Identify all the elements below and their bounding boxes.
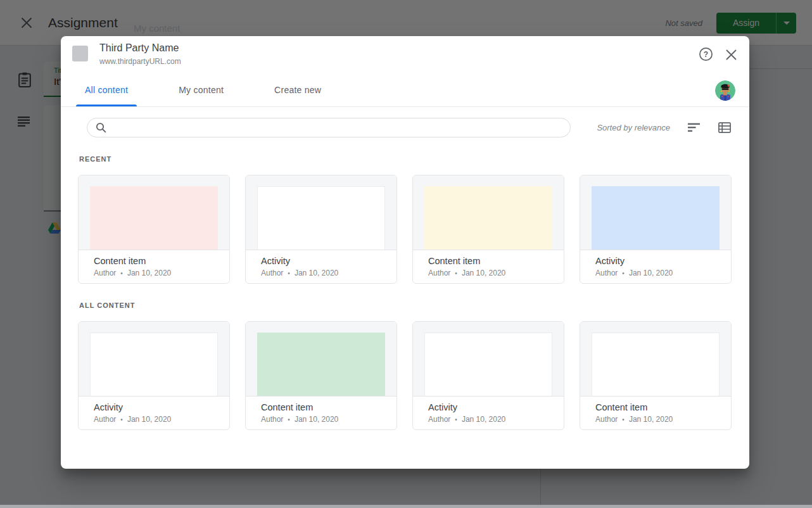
third-party-picker-dialog: Third Party Name www.thirdpartyURL.com ?…: [61, 36, 749, 469]
card-title: Activity: [595, 256, 716, 266]
content-card[interactable]: Activity Author•Jan 10, 2020: [580, 175, 732, 284]
card-title: Activity: [94, 402, 214, 412]
card-thumbnail: [413, 322, 564, 397]
card-sep: •: [120, 270, 123, 277]
card-thumbnail: [79, 322, 229, 397]
content-card[interactable]: Content item Author•Jan 10, 2020: [78, 175, 230, 284]
card-date: Jan 10, 2020: [127, 415, 171, 424]
content-card[interactable]: Activity Author•Jan 10, 2020: [78, 321, 230, 430]
content-card[interactable]: Content item Author•Jan 10, 2020: [580, 321, 732, 430]
card-author: Author: [94, 415, 116, 424]
card-text: Activity Author•Jan 10, 2020: [79, 397, 229, 424]
card-meta: Author•Jan 10, 2020: [261, 415, 381, 424]
svg-text:?: ?: [704, 50, 708, 59]
card-thumb-inner: [90, 333, 218, 396]
list-view-icon[interactable]: [718, 122, 731, 133]
tab-my-content[interactable]: My content: [170, 73, 232, 106]
search-icon: [96, 122, 106, 133]
card-text: Activity Author•Jan 10, 2020: [580, 250, 731, 277]
card-author: Author: [261, 415, 283, 424]
card-meta: Author•Jan 10, 2020: [261, 269, 381, 277]
card-text: Content item Author•Jan 10, 2020: [246, 397, 396, 424]
tab-all-content[interactable]: All content: [76, 73, 137, 106]
card-thumbnail: [246, 322, 396, 397]
card-meta: Author•Jan 10, 2020: [428, 269, 549, 277]
card-author: Author: [595, 269, 618, 277]
card-date: Jan 10, 2020: [462, 269, 505, 277]
card-text: Content item Author•Jan 10, 2020: [79, 250, 229, 277]
tab-bar: All content My content Create new: [61, 73, 749, 107]
section-label: ALL CONTENT: [79, 302, 732, 309]
card-title: Activity: [261, 256, 381, 266]
card-sep: •: [288, 416, 290, 423]
content-card[interactable]: Content item Author•Jan 10, 2020: [412, 175, 564, 284]
card-grid: Content item Author•Jan 10, 2020 Activit…: [78, 175, 732, 284]
content-card[interactable]: Activity Author•Jan 10, 2020: [245, 175, 397, 284]
card-date: Jan 10, 2020: [295, 269, 338, 277]
help-icon[interactable]: ?: [699, 47, 713, 61]
card-thumbnail: [246, 175, 396, 250]
card-sep: •: [622, 270, 625, 277]
card-thumb-inner: [592, 333, 720, 396]
close-dialog-icon[interactable]: [725, 49, 737, 61]
third-party-logo: [72, 46, 88, 61]
card-title: Content item: [595, 402, 716, 412]
tab-create-new[interactable]: Create new: [265, 73, 330, 106]
card-title: Content item: [94, 256, 214, 266]
third-party-name: Third Party Name: [99, 42, 179, 54]
third-party-url: www.thirdpartyURL.com: [99, 57, 181, 66]
card-author: Author: [261, 269, 283, 277]
content-card[interactable]: Content item Author•Jan 10, 2020: [245, 321, 397, 430]
card-title: Activity: [428, 402, 549, 412]
card-sep: •: [288, 270, 290, 277]
window-bottom-edge: [0, 505, 812, 508]
search-toolbar: Sorted by relevance: [87, 116, 731, 139]
user-avatar[interactable]: [715, 80, 735, 101]
sort-icon[interactable]: [688, 123, 701, 132]
content-section: ALL CONTENT Activity Author•Jan 10, 2020…: [78, 302, 732, 430]
search-input[interactable]: [87, 118, 571, 137]
card-thumb-inner: [90, 186, 218, 250]
card-text: Activity Author•Jan 10, 2020: [246, 250, 396, 277]
card-author: Author: [428, 269, 450, 277]
card-meta: Author•Jan 10, 2020: [595, 269, 716, 277]
content-section: RECENT Content item Author•Jan 10, 2020 …: [78, 155, 732, 284]
card-date: Jan 10, 2020: [127, 269, 171, 277]
card-sep: •: [120, 416, 123, 423]
card-date: Jan 10, 2020: [295, 415, 338, 424]
card-thumb-inner: [592, 186, 720, 250]
card-date: Jan 10, 2020: [629, 415, 673, 424]
card-thumb-inner: [424, 333, 552, 396]
card-author: Author: [595, 415, 618, 424]
content-card[interactable]: Activity Author•Jan 10, 2020: [412, 321, 564, 430]
card-text: Content item Author•Jan 10, 2020: [580, 397, 731, 424]
screen: Assignment My content Not saved Assign T…: [0, 0, 812, 508]
card-sep: •: [622, 416, 625, 423]
card-date: Jan 10, 2020: [462, 415, 505, 424]
card-date: Jan 10, 2020: [629, 269, 673, 277]
card-thumb-inner: [424, 186, 552, 250]
card-title: Content item: [428, 256, 549, 266]
card-thumbnail: [580, 322, 731, 397]
section-label: RECENT: [79, 155, 732, 163]
sort-status-text: Sorted by relevance: [597, 123, 670, 132]
card-meta: Author•Jan 10, 2020: [94, 415, 214, 424]
card-text: Content item Author•Jan 10, 2020: [413, 250, 564, 277]
card-meta: Author•Jan 10, 2020: [428, 415, 549, 424]
card-text: Activity Author•Jan 10, 2020: [413, 397, 564, 424]
card-title: Content item: [261, 402, 381, 412]
card-meta: Author•Jan 10, 2020: [94, 269, 214, 277]
card-thumb-inner: [257, 333, 385, 396]
card-thumbnail: [413, 175, 564, 250]
card-grid: Activity Author•Jan 10, 2020 Content ite…: [78, 321, 732, 430]
card-thumbnail: [79, 175, 229, 250]
card-sep: •: [455, 270, 457, 277]
card-author: Author: [94, 269, 116, 277]
card-author: Author: [428, 415, 450, 424]
card-sep: •: [455, 416, 457, 423]
card-meta: Author•Jan 10, 2020: [595, 415, 716, 424]
card-thumbnail: [580, 175, 731, 250]
card-thumb-inner: [257, 186, 385, 250]
